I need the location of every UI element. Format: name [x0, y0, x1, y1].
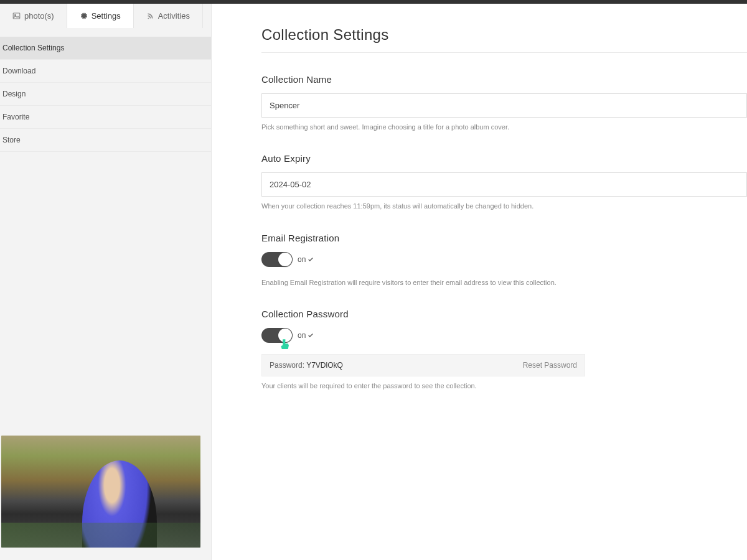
collection-password-toggle[interactable] — [261, 328, 293, 343]
sidebar-item-collection-settings[interactable]: Collection Settings — [0, 37, 211, 60]
rss-icon — [146, 12, 154, 20]
image-icon — [12, 12, 21, 20]
email-registration-label: Email Registration — [261, 233, 747, 243]
collection-password-label: Collection Password — [261, 309, 747, 319]
collection-password-toggle-row: on — [261, 328, 747, 343]
password-bar: Password: Y7VDlOkQ Reset Password — [261, 354, 585, 376]
collection-password-status: on — [298, 331, 314, 340]
check-icon — [308, 256, 314, 263]
email-registration-toggle-row: on — [261, 252, 747, 267]
tab-activities[interactable]: Activities — [134, 4, 203, 28]
collection-password-help: Your clients will be required to enter t… — [261, 381, 747, 391]
toggle-knob — [278, 253, 292, 266]
email-registration-state: on — [298, 255, 306, 264]
collection-name-help: Pick something short and sweet. Imagine … — [261, 123, 747, 132]
gear-icon — [80, 12, 88, 20]
tab-settings-label: Settings — [92, 11, 121, 21]
password-prefix: Password: — [270, 361, 306, 370]
sidebar-tabs: photo(s) Settings Activities — [0, 4, 211, 28]
sidebar-item-download[interactable]: Download — [0, 60, 211, 83]
password-value: Y7VDlOkQ — [306, 361, 343, 370]
cover-thumbnail[interactable] — [1, 436, 200, 548]
section-collection-name: Collection Name Pick something short and… — [261, 74, 747, 132]
auto-expiry-help: When your collection reaches 11:59pm, it… — [261, 202, 747, 211]
section-email-registration: Email Registration on Enabling Email Reg… — [261, 233, 747, 287]
password-display: Password: Y7VDlOkQ — [270, 361, 343, 370]
svg-point-1 — [14, 14, 16, 16]
page-title: Collection Settings — [261, 26, 747, 53]
sidebar-spacer — [0, 152, 211, 428]
main-content: Collection Settings Collection Name Pick… — [212, 4, 747, 560]
auto-expiry-input[interactable] — [261, 172, 747, 197]
collection-name-label: Collection Name — [261, 74, 747, 85]
svg-rect-0 — [13, 13, 20, 19]
app-layout: photo(s) Settings Activities Collection … — [0, 4, 747, 560]
email-registration-toggle[interactable] — [261, 252, 293, 267]
collection-name-input[interactable] — [261, 93, 747, 118]
sidebar-item-design[interactable]: Design — [0, 83, 211, 106]
email-registration-status: on — [298, 255, 314, 264]
sidebar-item-store[interactable]: Store — [0, 129, 211, 152]
tab-photos[interactable]: photo(s) — [0, 4, 67, 28]
sidebar: photo(s) Settings Activities Collection … — [0, 4, 212, 560]
auto-expiry-label: Auto Expiry — [261, 153, 747, 164]
check-icon — [308, 332, 314, 338]
reset-password-link[interactable]: Reset Password — [523, 361, 577, 370]
section-auto-expiry: Auto Expiry When your collection reaches… — [261, 153, 747, 211]
section-collection-password: Collection Password on Password: Y7VDlOk… — [261, 309, 747, 391]
cover-thumbnail-wrap — [0, 428, 211, 560]
tab-activities-label: Activities — [158, 11, 190, 21]
tab-settings[interactable]: Settings — [67, 4, 134, 28]
email-registration-help: Enabling Email Registration will require… — [261, 278, 747, 287]
sidebar-item-favorite[interactable]: Favorite — [0, 106, 211, 129]
collection-password-state: on — [298, 331, 306, 340]
tab-photos-label: photo(s) — [24, 11, 54, 21]
settings-nav: Collection Settings Download Design Favo… — [0, 37, 211, 152]
